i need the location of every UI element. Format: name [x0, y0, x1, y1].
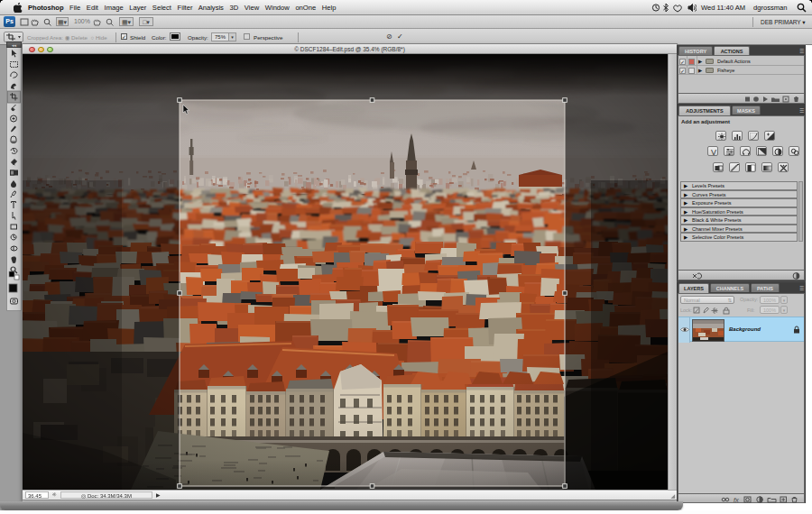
- svg-text:fx: fx: [734, 496, 739, 503]
- svg-text:V: V: [711, 148, 716, 156]
